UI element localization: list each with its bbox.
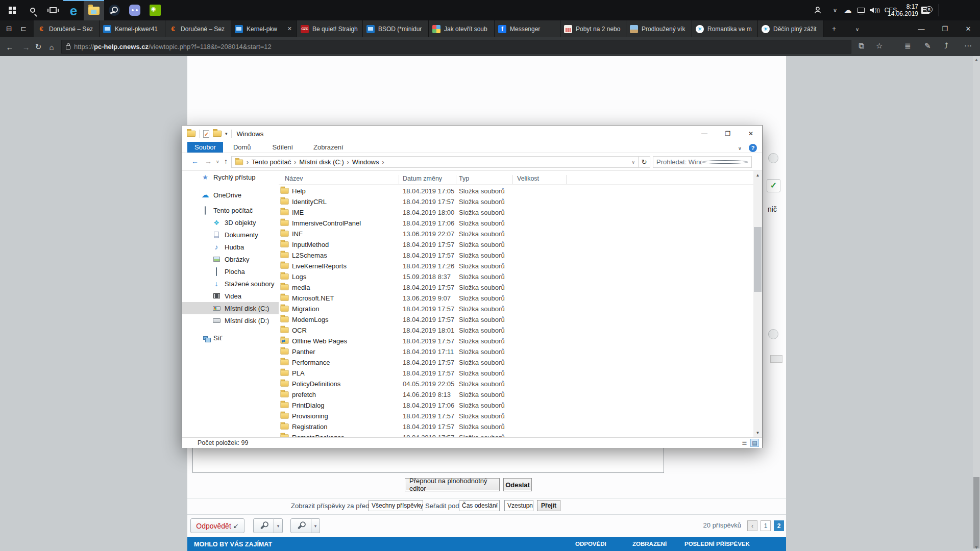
home-button[interactable]	[46, 41, 57, 53]
qat-customize-chevron[interactable]: ▾	[225, 131, 228, 136]
network-tray-button[interactable]	[854, 0, 868, 20]
address-bar[interactable]: https://pc-help.cnews.cz/viewtopic.php?f…	[61, 40, 851, 54]
clock[interactable]: 8:17 14.06.2019	[886, 0, 920, 20]
file-row[interactable]: InputMethod 18.04.2019 17:57 Složka soub…	[279, 239, 753, 250]
post-action-circle-icon[interactable]	[768, 329, 778, 339]
file-row[interactable]: RemotePackages 18.04.2019 17:57 Složka s…	[279, 432, 753, 437]
file-row[interactable]: PLA 18.04.2019 17:57 Složka souborů	[279, 368, 753, 379]
file-row[interactable]: ModemLogs 18.04.2019 17:57 Složka soubor…	[279, 314, 753, 325]
up-one-level-button[interactable]	[224, 157, 228, 165]
scroll-down-icon[interactable]: ▼	[753, 429, 762, 437]
sidebar-item[interactable]: Stažené soubory	[182, 278, 279, 290]
sidebar-item[interactable]: Místní disk (C:)	[182, 302, 279, 314]
sidebar-item[interactable]: Obrázky	[182, 253, 279, 265]
taskbar-steam-button[interactable]	[104, 0, 125, 20]
sort-key-select[interactable]: Čas odeslání	[459, 500, 500, 511]
sidebar-item[interactable]: Tento počítač	[182, 204, 279, 216]
file-row[interactable]: ImmersiveControlPanel 18.04.2019 17:06 S…	[279, 218, 753, 229]
sidebar-item[interactable]: OneDrive	[182, 189, 279, 201]
column-header-type[interactable]: Typ	[459, 175, 469, 182]
explorer-close-button[interactable]	[739, 126, 763, 142]
browser-tab[interactable]: Pobyt na 2 nebo	[560, 20, 626, 37]
browser-tab[interactable]: Doručené – Sez	[165, 20, 231, 37]
set-tabs-aside-icon[interactable]: ⊟	[6, 24, 12, 33]
sidebar-item[interactable]: Hudba	[182, 241, 279, 253]
properties-check-icon[interactable]	[203, 130, 209, 138]
help-icon[interactable]: ?	[749, 144, 757, 152]
ribbon-tab-share[interactable]: Sdílení	[266, 142, 299, 153]
column-header-size[interactable]: Velikost	[517, 175, 539, 182]
new-folder-icon[interactable]	[213, 131, 222, 137]
hub-icon[interactable]: ≣	[904, 41, 911, 51]
file-row[interactable]: Migration 18.04.2019 17:57 Složka soubor…	[279, 304, 753, 314]
sidebar-item[interactable]: Plocha	[182, 265, 279, 278]
refresh-button[interactable]	[33, 41, 44, 53]
sort-dir-select[interactable]: Vzestupně	[504, 500, 533, 511]
share-icon[interactable]: ⤴	[944, 41, 948, 50]
column-header-name[interactable]: Název	[285, 175, 303, 182]
sidebar-item[interactable]: 3D objekty	[182, 216, 279, 229]
browser-tab[interactable]: Prodloužený vík	[626, 20, 692, 37]
large-icons-view-button[interactable]	[750, 439, 759, 447]
browser-tab[interactable]: Messenger	[495, 20, 560, 37]
onedrive-tray-button[interactable]: ☁	[841, 0, 854, 20]
file-row[interactable]: Microsoft.NET 13.06.2019 9:07 Složka sou…	[279, 293, 753, 304]
file-row[interactable]: Performance 18.04.2019 17:57 Složka soub…	[279, 357, 753, 368]
file-row[interactable]: Logs 15.09.2018 8:37 Složka souborů	[279, 271, 753, 282]
file-row[interactable]: IME 18.04.2019 18:00 Složka souborů	[279, 207, 753, 218]
ribbon-tab-view[interactable]: Zobrazení	[307, 142, 350, 153]
column-header-date[interactable]: Datum změny	[403, 175, 442, 182]
sidebar-item[interactable]: Síť	[182, 332, 279, 344]
task-view-button[interactable]	[43, 0, 63, 20]
browser-tab[interactable]: Jak otevřít soub	[429, 20, 495, 37]
browser-tab[interactable]: Kernel-pkwer41	[100, 20, 165, 37]
file-row[interactable]: media 18.04.2019 17:57 Složka souborů	[279, 282, 753, 293]
topic-tools-button[interactable]	[253, 518, 274, 533]
file-row[interactable]: LiveKernelReports 18.04.2019 17:26 Složk…	[279, 261, 753, 271]
browser-minimize-button[interactable]	[910, 20, 933, 37]
file-row[interactable]: Offline Web Pages 18.04.2019 17:57 Složk…	[279, 336, 753, 346]
scroll-down-icon[interactable]: ▼	[973, 544, 980, 551]
sidebar-item[interactable]: Místní disk (D:)	[182, 314, 279, 327]
reading-view-icon[interactable]: ⧉	[859, 41, 864, 51]
address-dropdown-chevron[interactable]	[631, 160, 635, 165]
new-tab-button[interactable]: +	[832, 24, 836, 33]
breadcrumb-this-pc[interactable]: Tento počítač	[252, 158, 291, 166]
pagination-page-1[interactable]: 1	[761, 520, 771, 531]
browser-tab[interactable]: Kernel-pkw	[231, 20, 297, 37]
scroll-up-icon[interactable]: ▲	[973, 56, 980, 63]
breadcrumb[interactable]: Tento počítač Místní disk (C:) Windows	[231, 156, 639, 168]
breadcrumb-windows[interactable]: Windows	[352, 158, 379, 166]
explorer-maximize-button[interactable]	[716, 126, 740, 142]
file-row[interactable]: Help 18.04.2019 17:05 Složka souborů	[279, 186, 753, 196]
scrollbar-thumb[interactable]	[973, 477, 979, 548]
moderator-tools-button[interactable]	[290, 518, 311, 533]
explorer-titlebar[interactable]: ▾ Windows	[182, 126, 762, 142]
explorer-search-box[interactable]: Prohledat: Windows	[653, 156, 752, 168]
forward-button[interactable]	[20, 41, 32, 53]
solved-check-icon[interactable]	[767, 179, 780, 192]
scroll-up-icon[interactable]: ▲	[753, 171, 762, 180]
page-scrollbar[interactable]: ▲ ▼	[973, 56, 980, 551]
browser-tab[interactable]: Doručené – Sez	[34, 20, 100, 37]
browser-tab[interactable]: Děčín plný zážit	[758, 20, 824, 37]
post-small-button[interactable]	[770, 355, 782, 363]
file-row[interactable]: PolicyDefinitions 04.05.2019 22:05 Složk…	[279, 379, 753, 389]
file-row[interactable]: OCR 18.04.2019 18:01 Složka souborů	[279, 325, 753, 336]
tab-close-icon[interactable]	[286, 24, 293, 33]
tab-preview-icon[interactable]: ⊏	[20, 24, 27, 33]
go-button[interactable]: Přejít	[537, 500, 560, 511]
switch-editor-button[interactable]: Přepnout na plnohodnotný editor	[405, 478, 500, 491]
ribbon-tab-home[interactable]: Domů	[227, 142, 257, 153]
favorite-star-icon[interactable]: ☆	[876, 41, 883, 51]
file-row[interactable]: PrintDialog 18.04.2019 17:06 Složka soub…	[279, 400, 753, 411]
tray-overflow-chevron[interactable]: ∨	[829, 0, 841, 20]
file-row[interactable]: Registration 18.04.2019 17:57 Složka sou…	[279, 421, 753, 432]
sidebar-item[interactable]: Rychlý přístup	[182, 171, 279, 183]
start-button[interactable]	[2, 0, 22, 20]
browser-tab[interactable]: BSOD (*minidur	[363, 20, 429, 37]
back-button[interactable]	[4, 41, 15, 53]
file-row[interactable]: Panther 18.04.2019 17:11 Složka souborů	[279, 346, 753, 357]
more-options-icon[interactable]: ⋯	[964, 41, 972, 51]
sidebar-item[interactable]: Dokumenty	[182, 229, 279, 241]
